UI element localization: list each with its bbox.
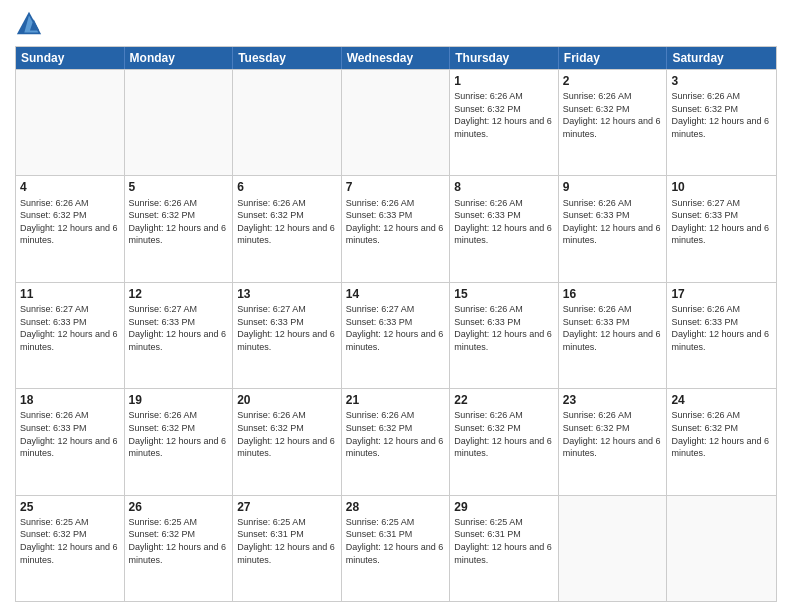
day-number: 21 (346, 392, 446, 408)
cell-info: Sunrise: 6:26 AMSunset: 6:32 PMDaylight:… (129, 197, 229, 247)
calendar-cell: 15Sunrise: 6:26 AMSunset: 6:33 PMDayligh… (450, 283, 559, 388)
calendar-cell: 23Sunrise: 6:26 AMSunset: 6:32 PMDayligh… (559, 389, 668, 494)
calendar-cell: 10Sunrise: 6:27 AMSunset: 6:33 PMDayligh… (667, 176, 776, 281)
calendar-cell: 17Sunrise: 6:26 AMSunset: 6:33 PMDayligh… (667, 283, 776, 388)
day-number: 14 (346, 286, 446, 302)
calendar-cell: 21Sunrise: 6:26 AMSunset: 6:32 PMDayligh… (342, 389, 451, 494)
cell-info: Sunrise: 6:26 AMSunset: 6:32 PMDaylight:… (671, 90, 772, 140)
day-number: 6 (237, 179, 337, 195)
header-cell-sunday: Sunday (16, 47, 125, 69)
calendar-cell (559, 496, 668, 601)
calendar-cell (342, 70, 451, 175)
cell-info: Sunrise: 6:27 AMSunset: 6:33 PMDaylight:… (20, 303, 120, 353)
calendar-cell: 26Sunrise: 6:25 AMSunset: 6:32 PMDayligh… (125, 496, 234, 601)
day-number: 26 (129, 499, 229, 515)
calendar-cell: 7Sunrise: 6:26 AMSunset: 6:33 PMDaylight… (342, 176, 451, 281)
day-number: 17 (671, 286, 772, 302)
day-number: 1 (454, 73, 554, 89)
day-number: 22 (454, 392, 554, 408)
calendar: SundayMondayTuesdayWednesdayThursdayFrid… (15, 46, 777, 602)
day-number: 28 (346, 499, 446, 515)
calendar-row-4: 18Sunrise: 6:26 AMSunset: 6:33 PMDayligh… (16, 388, 776, 494)
day-number: 23 (563, 392, 663, 408)
day-number: 2 (563, 73, 663, 89)
day-number: 5 (129, 179, 229, 195)
cell-info: Sunrise: 6:27 AMSunset: 6:33 PMDaylight:… (129, 303, 229, 353)
calendar-row-2: 4Sunrise: 6:26 AMSunset: 6:32 PMDaylight… (16, 175, 776, 281)
calendar-cell: 20Sunrise: 6:26 AMSunset: 6:32 PMDayligh… (233, 389, 342, 494)
cell-info: Sunrise: 6:25 AMSunset: 6:31 PMDaylight:… (346, 516, 446, 566)
calendar-cell: 1Sunrise: 6:26 AMSunset: 6:32 PMDaylight… (450, 70, 559, 175)
cell-info: Sunrise: 6:26 AMSunset: 6:32 PMDaylight:… (129, 409, 229, 459)
day-number: 13 (237, 286, 337, 302)
logo (15, 10, 47, 38)
header (15, 10, 777, 38)
day-number: 27 (237, 499, 337, 515)
calendar-body: 1Sunrise: 6:26 AMSunset: 6:32 PMDaylight… (16, 69, 776, 601)
day-number: 19 (129, 392, 229, 408)
header-cell-monday: Monday (125, 47, 234, 69)
cell-info: Sunrise: 6:27 AMSunset: 6:33 PMDaylight:… (671, 197, 772, 247)
day-number: 9 (563, 179, 663, 195)
calendar-cell: 25Sunrise: 6:25 AMSunset: 6:32 PMDayligh… (16, 496, 125, 601)
header-cell-saturday: Saturday (667, 47, 776, 69)
day-number: 29 (454, 499, 554, 515)
calendar-row-5: 25Sunrise: 6:25 AMSunset: 6:32 PMDayligh… (16, 495, 776, 601)
calendar-row-3: 11Sunrise: 6:27 AMSunset: 6:33 PMDayligh… (16, 282, 776, 388)
calendar-cell: 27Sunrise: 6:25 AMSunset: 6:31 PMDayligh… (233, 496, 342, 601)
day-number: 3 (671, 73, 772, 89)
cell-info: Sunrise: 6:27 AMSunset: 6:33 PMDaylight:… (237, 303, 337, 353)
day-number: 16 (563, 286, 663, 302)
cell-info: Sunrise: 6:26 AMSunset: 6:32 PMDaylight:… (20, 197, 120, 247)
cell-info: Sunrise: 6:25 AMSunset: 6:32 PMDaylight:… (129, 516, 229, 566)
calendar-cell: 12Sunrise: 6:27 AMSunset: 6:33 PMDayligh… (125, 283, 234, 388)
page: SundayMondayTuesdayWednesdayThursdayFrid… (0, 0, 792, 612)
cell-info: Sunrise: 6:26 AMSunset: 6:33 PMDaylight:… (563, 197, 663, 247)
cell-info: Sunrise: 6:26 AMSunset: 6:33 PMDaylight:… (454, 303, 554, 353)
calendar-cell: 14Sunrise: 6:27 AMSunset: 6:33 PMDayligh… (342, 283, 451, 388)
day-number: 15 (454, 286, 554, 302)
cell-info: Sunrise: 6:26 AMSunset: 6:33 PMDaylight:… (346, 197, 446, 247)
calendar-cell: 6Sunrise: 6:26 AMSunset: 6:32 PMDaylight… (233, 176, 342, 281)
calendar-cell (233, 70, 342, 175)
calendar-cell (667, 496, 776, 601)
day-number: 8 (454, 179, 554, 195)
cell-info: Sunrise: 6:27 AMSunset: 6:33 PMDaylight:… (346, 303, 446, 353)
calendar-cell: 8Sunrise: 6:26 AMSunset: 6:33 PMDaylight… (450, 176, 559, 281)
cell-info: Sunrise: 6:26 AMSunset: 6:32 PMDaylight:… (671, 409, 772, 459)
calendar-cell: 9Sunrise: 6:26 AMSunset: 6:33 PMDaylight… (559, 176, 668, 281)
day-number: 7 (346, 179, 446, 195)
cell-info: Sunrise: 6:26 AMSunset: 6:33 PMDaylight:… (20, 409, 120, 459)
header-cell-wednesday: Wednesday (342, 47, 451, 69)
calendar-cell: 28Sunrise: 6:25 AMSunset: 6:31 PMDayligh… (342, 496, 451, 601)
calendar-cell: 2Sunrise: 6:26 AMSunset: 6:32 PMDaylight… (559, 70, 668, 175)
logo-icon (15, 10, 43, 38)
calendar-cell: 24Sunrise: 6:26 AMSunset: 6:32 PMDayligh… (667, 389, 776, 494)
calendar-cell: 19Sunrise: 6:26 AMSunset: 6:32 PMDayligh… (125, 389, 234, 494)
cell-info: Sunrise: 6:26 AMSunset: 6:32 PMDaylight:… (454, 409, 554, 459)
calendar-cell: 18Sunrise: 6:26 AMSunset: 6:33 PMDayligh… (16, 389, 125, 494)
calendar-cell: 16Sunrise: 6:26 AMSunset: 6:33 PMDayligh… (559, 283, 668, 388)
calendar-cell: 3Sunrise: 6:26 AMSunset: 6:32 PMDaylight… (667, 70, 776, 175)
day-number: 24 (671, 392, 772, 408)
cell-info: Sunrise: 6:26 AMSunset: 6:32 PMDaylight:… (563, 409, 663, 459)
cell-info: Sunrise: 6:26 AMSunset: 6:33 PMDaylight:… (563, 303, 663, 353)
header-cell-tuesday: Tuesday (233, 47, 342, 69)
day-number: 25 (20, 499, 120, 515)
calendar-cell: 13Sunrise: 6:27 AMSunset: 6:33 PMDayligh… (233, 283, 342, 388)
calendar-header: SundayMondayTuesdayWednesdayThursdayFrid… (16, 47, 776, 69)
calendar-cell (16, 70, 125, 175)
day-number: 20 (237, 392, 337, 408)
cell-info: Sunrise: 6:25 AMSunset: 6:31 PMDaylight:… (454, 516, 554, 566)
day-number: 11 (20, 286, 120, 302)
header-cell-friday: Friday (559, 47, 668, 69)
cell-info: Sunrise: 6:26 AMSunset: 6:33 PMDaylight:… (671, 303, 772, 353)
cell-info: Sunrise: 6:26 AMSunset: 6:33 PMDaylight:… (454, 197, 554, 247)
calendar-row-1: 1Sunrise: 6:26 AMSunset: 6:32 PMDaylight… (16, 69, 776, 175)
day-number: 12 (129, 286, 229, 302)
calendar-cell (125, 70, 234, 175)
header-cell-thursday: Thursday (450, 47, 559, 69)
cell-info: Sunrise: 6:26 AMSunset: 6:32 PMDaylight:… (454, 90, 554, 140)
calendar-cell: 29Sunrise: 6:25 AMSunset: 6:31 PMDayligh… (450, 496, 559, 601)
day-number: 10 (671, 179, 772, 195)
